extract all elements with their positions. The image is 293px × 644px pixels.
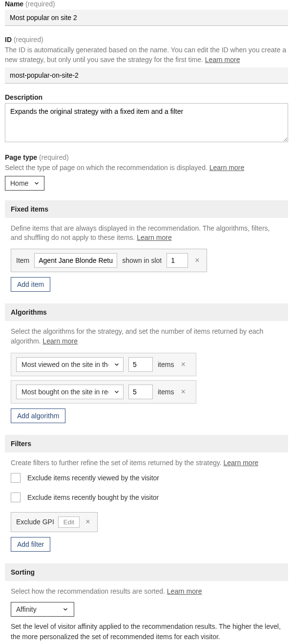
filters-help-text: Create filters to further refine the set… — [11, 459, 222, 467]
page-type-required: (required) — [39, 153, 69, 161]
page-type-learn-more-link[interactable]: Learn more — [209, 164, 245, 172]
filter-chip: Exclude GPI Edit × — [11, 512, 98, 532]
exclude-bought-label: Exclude items recently bought by the vis… — [27, 494, 159, 501]
add-item-button[interactable]: Add item — [11, 277, 50, 292]
affinity-help-text: Set the level of visitor affinity applie… — [11, 622, 282, 642]
chevron-down-icon — [113, 388, 120, 395]
close-icon[interactable]: × — [179, 388, 187, 396]
sorting-help-text: Select how the recommendation results ar… — [11, 587, 165, 595]
chevron-down-icon — [62, 606, 69, 613]
name-required: (required) — [25, 0, 55, 8]
filters-learn-more-link[interactable]: Learn more — [224, 459, 259, 467]
add-algorithm-button[interactable]: Add algorithm — [11, 408, 65, 423]
exclude-viewed-checkbox[interactable] — [11, 473, 21, 483]
sorting-header: Sorting — [5, 563, 288, 581]
chevron-down-icon — [113, 361, 120, 368]
algorithm-items-label: items — [158, 388, 174, 396]
filters-header: Filters — [5, 435, 288, 452]
description-label: Description — [5, 93, 42, 101]
close-icon[interactable]: × — [193, 257, 201, 264]
chevron-down-icon — [33, 180, 40, 187]
algorithm-count-input[interactable] — [128, 385, 153, 399]
algorithm-row: Most bought on the site in recent... ite… — [11, 380, 196, 404]
exclude-bought-checkbox[interactable] — [11, 493, 21, 502]
algorithm-row: Most viewed on the site in the past... i… — [11, 353, 196, 376]
algorithm-select[interactable]: Most bought on the site in recent... — [16, 385, 124, 399]
algorithm-select[interactable]: Most viewed on the site in the past... — [16, 357, 124, 372]
id-required: (required) — [14, 36, 43, 43]
algorithm-name: Most bought on the site in recent... — [21, 388, 108, 396]
fixed-item-row: Item shown in slot × — [11, 249, 207, 272]
id-input[interactable] — [5, 67, 288, 84]
edit-filter-button[interactable]: Edit — [58, 516, 80, 528]
id-learn-more-link[interactable]: Learn more — [205, 56, 240, 64]
algorithm-count-input[interactable] — [128, 357, 153, 372]
page-type-value: Home — [10, 179, 28, 187]
algorithm-name: Most viewed on the site in the past... — [21, 361, 108, 368]
page-type-help-text: Select the type of page on which the rec… — [5, 164, 208, 172]
algorithms-learn-more-link[interactable]: Learn more — [42, 337, 78, 345]
fixed-item-label: Item — [16, 257, 29, 264]
close-icon[interactable]: × — [84, 518, 92, 526]
name-label: Name — [5, 0, 23, 8]
close-icon[interactable]: × — [179, 361, 187, 368]
exclude-viewed-label: Exclude items recently viewed by the vis… — [27, 474, 159, 482]
description-textarea[interactable]: Expands the original strategy with a fix… — [5, 103, 288, 142]
page-type-label: Page type — [5, 153, 37, 161]
fixed-items-learn-more-link[interactable]: Learn more — [137, 234, 172, 241]
sorting-value: Affinity — [16, 605, 37, 613]
fixed-items-header: Fixed items — [5, 200, 288, 218]
algorithms-header: Algorithms — [5, 303, 288, 321]
sorting-learn-more-link[interactable]: Learn more — [167, 587, 202, 595]
algorithm-items-label: items — [158, 361, 174, 368]
sorting-select[interactable]: Affinity — [11, 602, 74, 617]
add-filter-button[interactable]: Add filter — [11, 537, 50, 552]
id-label: ID — [5, 36, 12, 43]
id-help-text: The ID is automatically generated based … — [5, 46, 286, 64]
fixed-item-input[interactable] — [34, 253, 117, 268]
filter-chip-label: Exclude GPI — [16, 518, 54, 526]
fixed-item-slot-input[interactable] — [167, 253, 188, 268]
name-input[interactable] — [5, 10, 288, 26]
page-type-select[interactable]: Home — [5, 176, 44, 191]
fixed-item-slot-label: shown in slot — [122, 257, 162, 264]
